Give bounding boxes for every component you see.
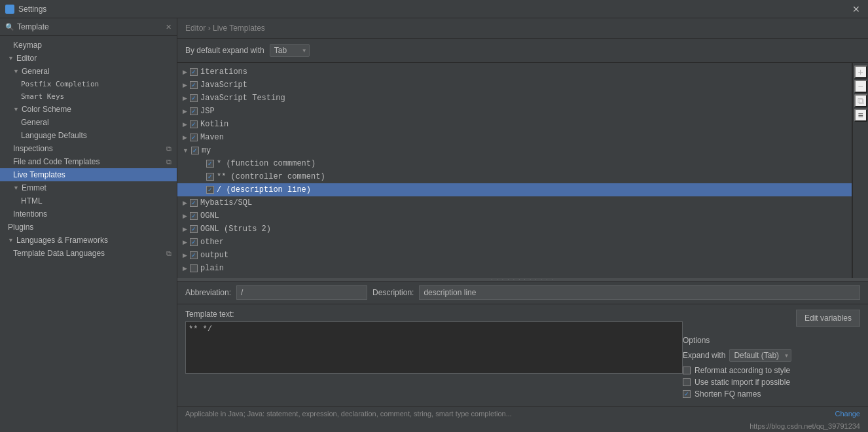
other-arrow: ▶	[183, 239, 187, 245]
template-my-ctrl[interactable]: ** (controller comment)	[177, 170, 852, 183]
group-kotlin[interactable]: ▶ Kotlin	[177, 118, 852, 131]
ognl-arrow: ▶	[183, 213, 187, 219]
bottom-content: Template text: ** */ Edit variables Opti…	[177, 304, 868, 406]
ognl-name: OGNL	[200, 211, 219, 221]
javascript-testing-name: JavaScript Testing	[200, 94, 285, 103]
sidebar-item-lang-defaults[interactable]: Language Defaults	[0, 129, 177, 142]
expand-with-select-wrapper[interactable]: Default (Tab) Tab Enter Space ▼	[729, 349, 791, 362]
reformat-checkbox[interactable]	[683, 367, 691, 374]
my-func-checkbox[interactable]	[206, 160, 214, 168]
html-label: HTML	[21, 196, 43, 206]
bottom-panel: Abbreviation: Description: Template text…	[177, 281, 868, 420]
maven-checkbox[interactable]	[190, 134, 198, 141]
sidebar-item-general[interactable]: ▼ General	[0, 65, 177, 78]
my-arrow: ▼	[183, 147, 189, 154]
output-checkbox[interactable]	[190, 251, 198, 259]
my-ctrl-name: ** (controller comment)	[217, 172, 325, 181]
template-my-desc[interactable]: / (description line)	[177, 183, 852, 196]
option-shorten-fq-row: Shorten FQ names	[683, 389, 860, 399]
group-javascript[interactable]: ▶ JavaScript	[177, 79, 852, 92]
my-desc-checkbox[interactable]	[206, 186, 214, 194]
group-javascript-testing[interactable]: ▶ JavaScript Testing	[177, 92, 852, 105]
breadcrumb-live-templates: Live Templates	[213, 24, 265, 33]
javascript-testing-checkbox[interactable]	[190, 94, 198, 102]
search-clear-icon[interactable]: ✕	[166, 23, 172, 31]
ognl-struts-checkbox[interactable]	[190, 225, 198, 233]
iterations-checkbox[interactable]	[190, 68, 198, 76]
abbreviation-label: Abbreviation:	[185, 288, 231, 297]
group-other[interactable]: ▶ other	[177, 236, 852, 249]
mybatis-arrow: ▶	[183, 200, 187, 206]
sidebar-item-emmet[interactable]: ▼ Emmet	[0, 181, 177, 194]
expand-bar: By default expand with Tab Enter Space ▼	[177, 39, 868, 63]
remove-button[interactable]: −	[854, 80, 867, 93]
template-data-copy-icon: ⧉	[166, 249, 172, 258]
sidebar-item-postfix[interactable]: Postfix Completion	[0, 78, 177, 90]
sidebar-item-keymap[interactable]: Keymap	[0, 39, 177, 52]
plain-name: plain	[200, 264, 224, 273]
my-ctrl-checkbox[interactable]	[206, 173, 214, 181]
javascript-arrow: ▶	[183, 82, 187, 88]
iterations-name: iterations	[200, 67, 247, 77]
description-input[interactable]	[419, 285, 860, 300]
sidebar-item-inspections[interactable]: Inspections ⧉	[0, 142, 177, 155]
javascript-name: JavaScript	[200, 81, 247, 90]
lang-frameworks-label: Languages & Frameworks	[16, 236, 108, 245]
shorten-fq-checkbox[interactable]	[683, 390, 691, 398]
output-name: output	[200, 251, 228, 260]
jsp-checkbox[interactable]	[190, 107, 198, 115]
sidebar-item-smart-keys[interactable]: Smart Keys	[0, 90, 177, 103]
close-button[interactable]: ✕	[850, 3, 863, 16]
sidebar-item-file-code-templates[interactable]: File and Code Templates ⧉	[0, 155, 177, 168]
sidebar-item-intentions[interactable]: Intentions	[0, 207, 177, 221]
expand-with-select[interactable]: Default (Tab) Tab Enter Space	[729, 349, 791, 362]
sidebar-item-color-general[interactable]: General	[0, 116, 177, 129]
group-maven[interactable]: ▶ Maven	[177, 131, 852, 144]
sidebar-item-plugins[interactable]: Plugins	[0, 221, 177, 234]
group-output[interactable]: ▶ output	[177, 249, 852, 262]
kotlin-checkbox[interactable]	[190, 120, 198, 128]
expand-select[interactable]: Tab Enter Space	[270, 44, 310, 57]
sidebar-item-color-scheme[interactable]: ▼ Color Scheme	[0, 103, 177, 116]
postfix-label: Postfix Completion	[21, 80, 99, 88]
title-bar: Settings ✕	[0, 0, 868, 18]
copy-button[interactable]: ⧉	[854, 94, 867, 107]
ognl-struts-name: OGNL (Struts 2)	[200, 225, 271, 234]
other-checkbox[interactable]	[190, 238, 198, 246]
javascript-testing-arrow: ▶	[183, 95, 187, 101]
group-my[interactable]: ▼ my	[177, 144, 852, 157]
group-jsp[interactable]: ▶ JSP	[177, 105, 852, 118]
mybatis-checkbox[interactable]	[190, 199, 198, 207]
plain-checkbox[interactable]	[190, 264, 198, 272]
options-block: Options Expand with Default (Tab) Tab En…	[683, 336, 860, 401]
sidebar-item-template-data-langs[interactable]: Template Data Languages ⧉	[0, 247, 177, 260]
group-plain[interactable]: ▶ plain	[177, 262, 852, 275]
expand-select-wrapper[interactable]: Tab Enter Space ▼	[270, 44, 310, 57]
move-button[interactable]: ≡	[854, 109, 867, 122]
my-checkbox[interactable]	[191, 147, 199, 154]
static-import-label: Use static import if possible	[695, 378, 790, 387]
url-text: https://blog.csdn.net/qq_39791234	[750, 422, 860, 430]
reformat-label: Reformat according to style	[695, 366, 790, 375]
add-button[interactable]: +	[854, 65, 867, 79]
sidebar-item-live-templates[interactable]: Live Templates	[0, 168, 177, 181]
javascript-checkbox[interactable]	[190, 81, 198, 89]
group-mybatis[interactable]: ▶ Mybatis/SQL	[177, 196, 852, 209]
status-change-link[interactable]: Change	[835, 410, 860, 418]
plain-arrow: ▶	[183, 265, 187, 272]
breadcrumb-separator: ›	[208, 24, 213, 33]
sidebar-item-languages-frameworks[interactable]: ▼ Languages & Frameworks	[0, 234, 177, 247]
template-textarea[interactable]: ** */	[185, 321, 683, 374]
template-my-func[interactable]: * (function commment)	[177, 157, 852, 170]
static-import-checkbox[interactable]	[683, 378, 691, 386]
sidebar-item-html[interactable]: HTML	[0, 194, 177, 207]
ognl-checkbox[interactable]	[190, 212, 198, 220]
status-bar: Applicable in Java; Java: statement, exp…	[177, 406, 868, 420]
edit-variables-button[interactable]: Edit variables	[796, 310, 860, 327]
sidebar-item-editor[interactable]: ▼ Editor	[0, 52, 177, 65]
group-ognl-struts[interactable]: ▶ OGNL (Struts 2)	[177, 223, 852, 236]
group-iterations[interactable]: ▶ iterations	[177, 65, 852, 79]
search-input[interactable]	[17, 22, 163, 31]
abbreviation-input[interactable]	[236, 285, 367, 300]
group-ognl[interactable]: ▶ OGNL	[177, 209, 852, 223]
